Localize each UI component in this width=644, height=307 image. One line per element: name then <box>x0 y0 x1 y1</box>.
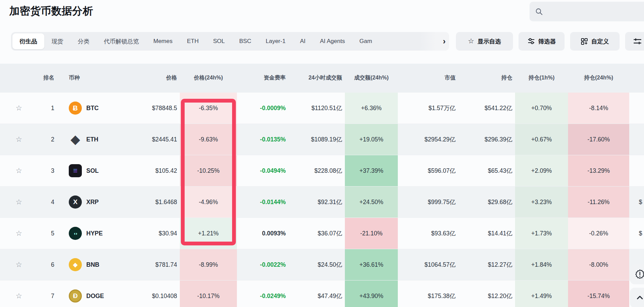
column-header[interactable]: 币种 <box>62 64 117 92</box>
favorite-star-icon[interactable]: ☆ <box>16 229 22 237</box>
favorite-cell: ☆ <box>0 155 38 186</box>
column-header[interactable]: 资金费率 <box>237 64 290 92</box>
volume-24h-cell: $1120.51亿 <box>290 93 345 124</box>
coin-cell[interactable]: ɃBTC <box>62 93 117 124</box>
open-interest-24h-cell: -15.74% <box>568 280 629 307</box>
open-interest-24h-cell: -0.26% <box>568 218 629 249</box>
table-row[interactable]: ☆5◖◗HYPE$30.94+1.21%0.0093%$36.07亿-21.10… <box>0 218 644 249</box>
table-row[interactable]: ☆1ɃBTC$78848.5-6.35%-0.0009%$1120.51亿+6.… <box>0 92 644 124</box>
column-header[interactable]: 24小时成交额 <box>290 64 345 92</box>
tab-分类[interactable]: 分类 <box>70 33 97 49</box>
favorite-star-icon[interactable]: ☆ <box>16 198 22 206</box>
header-extra-spacer <box>629 64 644 92</box>
rank-cell: 2 <box>38 124 62 155</box>
column-header[interactable]: 持仓(1h%) <box>515 64 568 92</box>
customize-button[interactable]: 自定义 <box>570 32 620 51</box>
bnb-coin-icon: ◆ <box>69 258 82 271</box>
alert-fab-button[interactable] <box>630 264 644 284</box>
coin-cell[interactable]: ◆ETH <box>62 124 117 155</box>
price-change-24h-cell: -6.35% <box>180 93 237 124</box>
open-interest-1h-cell: +1.84% <box>515 249 568 280</box>
crypto-data-page: 加密货币数据分析 衍生品现货分类代币解锁总览MemesETHSOLBSCLaye… <box>0 0 644 307</box>
tab-bsc[interactable]: BSC <box>232 33 259 49</box>
search-input[interactable] <box>547 8 644 15</box>
open-interest-cell: $14.41亿 <box>458 218 515 249</box>
price-cell: $2445.41 <box>117 124 180 155</box>
tabs-row: 衍生品现货分类代币解锁总览MemesETHSOLBSCLayer-1AIAI A… <box>0 32 644 51</box>
favorite-star-icon[interactable]: ☆ <box>16 167 22 175</box>
volume-24h-cell: $47.49亿 <box>290 280 345 307</box>
price-cell: $30.94 <box>117 218 180 249</box>
open-interest-24h-cell: -17.60% <box>568 124 629 155</box>
show-watchlist-button[interactable]: ☆ 显示自选 <box>456 32 513 51</box>
category-tabs: 衍生品现货分类代币解锁总览MemesETHSOLBSCLayer-1AIAI A… <box>11 32 449 51</box>
chevron-up-icon <box>635 293 644 302</box>
coin-cell[interactable]: ≡SOL <box>62 155 117 186</box>
coin-cell[interactable]: ◖◗HYPE <box>62 218 117 249</box>
tab-代币解锁总览[interactable]: 代币解锁总览 <box>97 33 146 49</box>
open-interest-24h-cell: -8.14% <box>568 93 629 124</box>
clipped-extra-cell <box>629 155 644 186</box>
favorite-cell: ☆ <box>0 218 38 249</box>
column-header[interactable]: 排名 <box>38 64 62 92</box>
tab-现货[interactable]: 现货 <box>44 33 70 49</box>
column-header[interactable]: 持仓 <box>458 64 515 92</box>
star-icon: ☆ <box>468 37 474 45</box>
favorite-star-icon[interactable]: ☆ <box>16 292 22 300</box>
tab-ai[interactable]: AI <box>293 33 313 49</box>
tab-memes[interactable]: Memes <box>146 33 180 49</box>
column-header[interactable]: 价格 <box>117 64 180 92</box>
search-box[interactable] <box>530 2 644 21</box>
volume-change-24h-cell: +43.90% <box>345 280 398 307</box>
open-interest-cell: $65.43亿 <box>458 155 515 186</box>
open-interest-1h-cell: +0.70% <box>515 93 568 124</box>
column-header[interactable]: 价格(24h%) <box>180 64 237 92</box>
open-interest-24h-cell: -8.00% <box>568 249 629 280</box>
rank-cell: 3 <box>38 155 62 186</box>
funding-rate-cell: -0.0249% <box>237 280 290 307</box>
favorite-cell: ☆ <box>0 187 38 218</box>
chevron-right-icon[interactable]: › <box>443 36 446 46</box>
rank-cell: 5 <box>38 218 62 249</box>
tab-eth[interactable]: ETH <box>180 33 206 49</box>
coin-cell[interactable]: ÐDOGE <box>62 280 117 307</box>
badge-alert-icon <box>635 269 644 279</box>
tab-衍生品[interactable]: 衍生品 <box>12 33 44 49</box>
favorite-star-icon[interactable]: ☆ <box>16 104 22 112</box>
column-header[interactable]: 持仓(24h%) <box>568 64 629 92</box>
column-header[interactable]: 市值 <box>398 64 458 92</box>
table-row[interactable]: ☆7ÐDOGE$0.10408-10.17%-0.0249%$47.49亿+43… <box>0 280 644 307</box>
filter-label: 筛选器 <box>538 38 556 45</box>
tab-gam[interactable]: Gam <box>352 33 379 49</box>
table-row[interactable]: ☆4XXRP$1.6468-4.96%-0.0144%$92.31亿+24.50… <box>0 186 644 218</box>
tab-sol[interactable]: SOL <box>206 33 232 49</box>
volume-change-24h-cell: +37.39% <box>345 155 398 186</box>
price-cell: $781.74 <box>117 249 180 280</box>
tab-ai-agents[interactable]: AI Agents <box>313 33 352 49</box>
column-settings-button[interactable] <box>625 32 644 51</box>
column-header[interactable]: 成交额(24h%) <box>345 64 398 92</box>
filter-button[interactable]: 筛选器 <box>519 32 565 51</box>
favorite-star-icon[interactable]: ☆ <box>16 135 22 144</box>
scroll-to-top-button[interactable] <box>630 288 644 307</box>
price-change-24h-cell: -9.63% <box>180 124 237 155</box>
market-cap-cell: $93.63亿 <box>398 218 458 249</box>
rank-cell: 1 <box>38 93 62 124</box>
tabs-overflow-fade: › <box>419 32 449 51</box>
table-row[interactable]: ☆3≡SOL$105.42-10.25%-0.0494%$228.08亿+37.… <box>0 155 644 186</box>
funding-rate-cell: -0.0144% <box>237 187 290 218</box>
table-row[interactable]: ☆2◆ETH$2445.41-9.63%-0.0135%$1089.19亿+19… <box>0 124 644 155</box>
price-cell: $105.42 <box>117 155 180 186</box>
open-interest-24h-cell: -11.26% <box>568 187 629 218</box>
coin-cell[interactable]: XXRP <box>62 187 117 218</box>
funding-rate-cell: -0.0009% <box>237 93 290 124</box>
tab-layer-1[interactable]: Layer-1 <box>259 33 293 49</box>
market-cap-cell: $999.75亿 <box>398 187 458 218</box>
open-interest-cell: $296.39亿 <box>458 124 515 155</box>
favorite-star-icon[interactable]: ☆ <box>16 261 22 269</box>
coin-cell[interactable]: ◆BNB <box>62 249 117 280</box>
price-change-24h-cell: -10.17% <box>180 280 237 307</box>
coin-symbol: ETH <box>86 136 98 143</box>
table-row[interactable]: ☆6◆BNB$781.74-8.99%-0.0022%$24.50亿+36.61… <box>0 249 644 280</box>
page-title: 加密货币数据分析 <box>9 4 93 18</box>
